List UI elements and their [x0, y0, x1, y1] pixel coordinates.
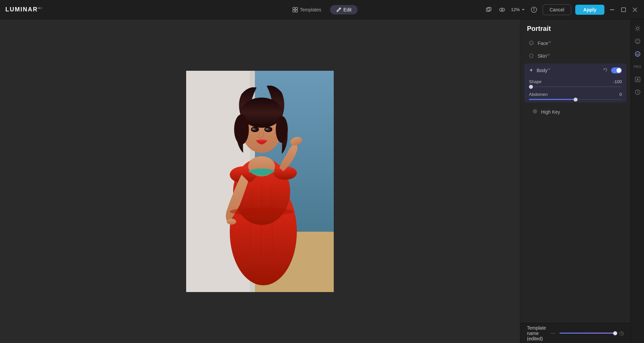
bottom-clock-icon[interactable]: ◷ [619, 330, 624, 336]
templates-label: Templates [300, 7, 321, 12]
svg-line-62 [639, 26, 640, 27]
svg-rect-3 [296, 10, 298, 12]
high-key-label: High Key [541, 109, 560, 115]
sun-panel-icon[interactable] [632, 23, 643, 34]
high-key-row[interactable]: High Key [524, 105, 627, 118]
shape-value: -100 [613, 79, 622, 84]
app-logo: LUMINARAI [5, 6, 42, 13]
svg-point-63 [635, 39, 640, 44]
high-key-icon [532, 109, 538, 115]
svg-point-54 [636, 27, 639, 30]
svg-point-6 [499, 8, 505, 11]
svg-point-31 [276, 116, 288, 143]
zoom-control[interactable]: 12% [511, 7, 525, 12]
zoom-value: 12% [511, 7, 520, 12]
body-reset-button[interactable] [602, 67, 608, 74]
svg-rect-12 [622, 8, 626, 12]
svg-point-37 [265, 128, 268, 130]
pro-badge-icon[interactable]: PRO [632, 61, 643, 72]
svg-point-43 [530, 42, 531, 43]
main-area: Portrait FaceAI [0, 19, 644, 343]
bottom-slider-track[interactable] [559, 333, 615, 334]
template-name-label: Template name (edited) [527, 325, 546, 341]
panel-title: Portrait [520, 19, 631, 37]
photo-svg [186, 71, 334, 292]
svg-point-45 [534, 110, 536, 112]
more-options-button[interactable]: ⋯ [550, 330, 555, 336]
layers-button[interactable] [484, 5, 493, 14]
svg-point-10 [534, 8, 534, 9]
templates-nav-button[interactable]: Templates [286, 5, 327, 14]
svg-rect-0 [293, 7, 295, 9]
abdomen-value: 0 [620, 92, 622, 97]
header: LUMINARAI Templates Edit [0, 0, 644, 19]
right-panel: Portrait FaceAI [520, 19, 631, 343]
svg-line-51 [536, 113, 537, 113]
svg-point-65 [638, 40, 639, 41]
shape-slider-row: Shape -100 [524, 77, 627, 90]
body-controls [602, 67, 622, 74]
header-right: 12% Cancel Apply [484, 4, 639, 15]
svg-point-7 [501, 9, 503, 10]
svg-point-64 [636, 40, 637, 41]
svg-line-61 [636, 30, 636, 31]
close-button[interactable] [631, 6, 639, 13]
body-section-header[interactable]: ✦ BodyAI [524, 63, 627, 77]
svg-rect-2 [293, 10, 295, 12]
svg-line-50 [533, 110, 534, 110]
skin-icon [528, 53, 534, 59]
abdomen-slider-track[interactable] [529, 99, 622, 100]
text-a-icon[interactable] [632, 74, 643, 85]
svg-line-52 [533, 113, 534, 113]
svg-point-66 [635, 52, 640, 56]
svg-point-36 [252, 128, 255, 130]
bottom-bar: Template name (edited) ⋯ ◷ [520, 323, 631, 343]
smile-circle-icon[interactable] [632, 48, 643, 60]
body-star-icon: ✦ [529, 67, 533, 73]
svg-point-38 [230, 208, 293, 216]
edit-nav-button[interactable]: Edit [330, 5, 358, 14]
face-section-row[interactable]: FaceAI [524, 37, 627, 49]
clock-icon[interactable] [632, 87, 643, 98]
photo-container [186, 71, 334, 292]
body-section: ✦ BodyAI Shape [524, 63, 627, 103]
canvas-area [0, 19, 520, 343]
edit-label: Edit [343, 7, 352, 12]
abdomen-label: Abdomen [529, 92, 548, 97]
svg-point-68 [638, 53, 639, 54]
shape-slider-track[interactable] [529, 86, 622, 87]
svg-line-53 [536, 110, 537, 110]
svg-rect-1 [296, 7, 298, 9]
svg-line-60 [639, 30, 640, 31]
eye-button[interactable] [497, 5, 507, 14]
shape-label: Shape [529, 79, 542, 84]
minimize-button[interactable] [608, 6, 616, 13]
svg-point-27 [227, 219, 236, 225]
body-toggle-button[interactable] [611, 67, 622, 73]
panel-icons-bar: PRO [631, 19, 644, 343]
abdomen-slider-row: Abdomen 0 [524, 90, 627, 103]
maximize-button[interactable] [620, 6, 627, 13]
apply-button[interactable]: Apply [575, 5, 604, 15]
svg-line-59 [636, 26, 636, 27]
skin-label: SkinAI [538, 53, 623, 59]
nav-center: Templates Edit [286, 5, 358, 14]
body-label: BodyAI [537, 67, 599, 73]
skin-section-row[interactable]: SkinAI [524, 49, 627, 62]
face-icon [528, 40, 534, 46]
svg-rect-11 [610, 9, 614, 10]
face-label: FaceAI [538, 40, 623, 46]
cancel-button[interactable]: Cancel [543, 4, 572, 15]
face-circle-icon[interactable] [632, 36, 643, 47]
svg-point-42 [529, 41, 533, 45]
svg-point-67 [636, 53, 637, 54]
svg-point-30 [234, 114, 249, 145]
info-button[interactable] [529, 5, 539, 14]
face-section-container: FaceAI SkinAI [520, 37, 631, 62]
svg-point-44 [532, 42, 533, 43]
